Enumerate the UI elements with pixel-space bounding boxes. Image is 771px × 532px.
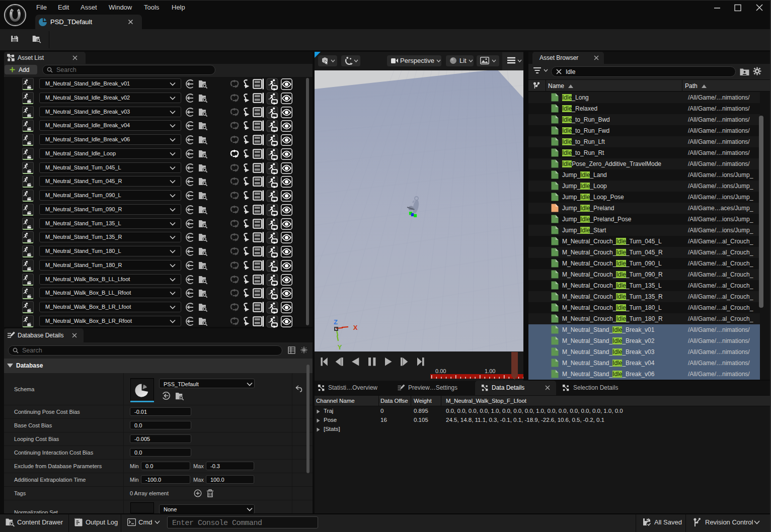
svg-text:Y: Y (338, 343, 342, 351)
svg-text:Z: Z (334, 318, 338, 326)
svg-text:0.00: 0.00 (435, 368, 446, 374)
svg-text:X: X (353, 324, 358, 331)
svg-text:1.00: 1.00 (485, 368, 495, 374)
